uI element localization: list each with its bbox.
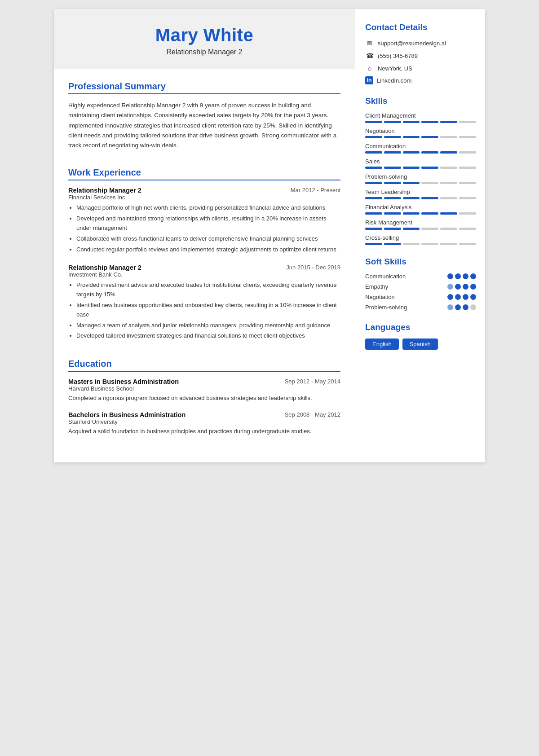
- skill-name-6: Financial Analysis: [365, 204, 476, 211]
- soft-dots-0: [447, 273, 476, 279]
- candidate-name: Mary White: [63, 25, 346, 45]
- skill-seg-2-2: [403, 151, 420, 154]
- work-title-1: Relationship Manager 2: [68, 187, 141, 194]
- soft-skill-name-0: Communication: [365, 273, 406, 280]
- skill-bar-3: [365, 167, 476, 169]
- dot-1-2: [463, 284, 468, 290]
- skill-seg-8-5: [459, 243, 476, 245]
- skills-section: Skills Client ManagementNegotiationCommu…: [365, 96, 476, 245]
- skill-seg-0-0: [365, 121, 382, 123]
- skill-item-8: Cross-selling: [365, 234, 476, 245]
- work-title-2: Relationship Manager 2: [68, 264, 141, 271]
- education-heading: Education: [68, 359, 340, 372]
- contact-phone: ☎ (555) 345-6789: [365, 51, 476, 60]
- contact-section: Contact Details ✉ support@resumedesign.a…: [365, 22, 476, 84]
- bullet-1-3: Collaborated with cross-functional teams…: [76, 234, 340, 244]
- work-bullets-2: Provided investment advice and executed …: [68, 281, 340, 341]
- skill-seg-7-5: [459, 228, 476, 230]
- work-entry-2: Relationship Manager 2 Jun 2015 - Dec 20…: [68, 264, 340, 341]
- soft-skill-item-0: Communication: [365, 273, 476, 280]
- skill-item-0: Client Management: [365, 112, 476, 123]
- skill-seg-8-2: [403, 243, 420, 245]
- skill-item-5: Team Leadership: [365, 189, 476, 199]
- dot-3-2: [463, 304, 468, 310]
- dot-3-0: [447, 304, 453, 310]
- skill-seg-2-4: [440, 151, 457, 154]
- dot-0-1: [455, 273, 461, 279]
- skill-seg-2-3: [421, 151, 438, 154]
- skill-seg-0-2: [403, 121, 420, 123]
- skill-seg-0-4: [440, 121, 457, 123]
- professional-summary-heading: Professional Summary: [68, 81, 340, 94]
- soft-skills-list: CommunicationEmpathyNegotiationProblem-s…: [365, 273, 476, 311]
- dot-0-0: [447, 273, 453, 279]
- contact-location: ⌂ NewYork, US: [365, 64, 476, 73]
- skill-seg-7-0: [365, 228, 382, 230]
- skill-seg-7-3: [421, 228, 438, 230]
- professional-summary-section: Professional Summary Highly experienced …: [54, 73, 355, 150]
- skill-seg-7-4: [440, 228, 457, 230]
- work-experience-section: Work Experience Relationship Manager 2 M…: [54, 159, 355, 341]
- skill-seg-4-5: [459, 182, 476, 184]
- skill-seg-7-1: [384, 228, 401, 230]
- skill-seg-0-1: [384, 121, 401, 123]
- skill-name-0: Client Management: [365, 112, 476, 119]
- edu-desc-2: Acquired a solid foundation in business …: [68, 427, 340, 436]
- skill-seg-6-0: [365, 212, 382, 215]
- soft-skill-name-3: Problem-solving: [365, 304, 407, 311]
- bullet-2-2: Identified new business opportunities an…: [76, 301, 340, 320]
- work-company-2: Investment Bank Co.: [68, 271, 340, 278]
- education-section: Education Masters in Business Administra…: [54, 351, 355, 436]
- skill-item-7: Risk Management: [365, 219, 476, 230]
- edu-date-1: Sep 2012 - May 2014: [285, 378, 340, 385]
- location-icon: ⌂: [365, 64, 374, 73]
- skill-seg-6-5: [459, 212, 476, 215]
- soft-skills-heading: Soft Skills: [365, 257, 476, 267]
- dot-0-3: [470, 273, 476, 279]
- languages-section: Languages EnglishSpanish: [365, 322, 476, 350]
- skill-seg-3-1: [384, 167, 401, 169]
- skill-seg-2-1: [384, 151, 401, 154]
- skill-seg-5-5: [459, 197, 476, 199]
- skill-bar-8: [365, 243, 476, 245]
- skill-seg-2-0: [365, 151, 382, 154]
- phone-icon: ☎: [365, 51, 374, 60]
- dot-1-0: [447, 284, 453, 290]
- dot-2-2: [463, 294, 468, 300]
- edu-degree-1: Masters in Business Administration: [68, 378, 179, 385]
- contact-linkedin: in LinkedIn.com: [365, 76, 476, 84]
- email-icon: ✉: [365, 39, 374, 48]
- skill-seg-5-3: [421, 197, 438, 199]
- skill-seg-3-4: [440, 167, 457, 169]
- skill-seg-3-2: [403, 167, 420, 169]
- languages-list: EnglishSpanish: [365, 338, 476, 350]
- skill-name-7: Risk Management: [365, 219, 476, 226]
- dot-3-1: [455, 304, 461, 310]
- work-entry-1-header: Relationship Manager 2 Mar 2012 - Presen…: [68, 187, 340, 194]
- skill-seg-1-2: [403, 136, 420, 138]
- skill-item-2: Communication: [365, 143, 476, 154]
- left-column: Mary White Relationship Manager 2 Profes…: [54, 9, 355, 462]
- skill-bar-7: [365, 228, 476, 230]
- skill-name-2: Communication: [365, 143, 476, 149]
- edu-school-2: Stanford University: [68, 418, 340, 425]
- work-date-1: Mar 2012 - Present: [291, 187, 340, 193]
- skill-seg-1-3: [421, 136, 438, 138]
- skill-seg-8-3: [421, 243, 438, 245]
- soft-skill-item-2: Negotiation: [365, 294, 476, 300]
- right-column: Contact Details ✉ support@resumedesign.a…: [355, 9, 485, 462]
- work-company-1: Financial Services Inc.: [68, 194, 340, 201]
- edu-date-2: Sep 2008 - May 2012: [285, 411, 340, 418]
- edu-entry-2: Bachelors in Business Administration Sep…: [68, 411, 340, 436]
- skill-seg-4-1: [384, 182, 401, 184]
- bullet-1-4: Conducted regular portfolio reviews and …: [76, 245, 340, 255]
- soft-skills-section: Soft Skills CommunicationEmpathyNegotiat…: [365, 257, 476, 311]
- skill-name-1: Negotiation: [365, 127, 476, 134]
- skill-seg-6-3: [421, 212, 438, 215]
- skill-seg-6-2: [403, 212, 420, 215]
- contact-email-value: support@resumedesign.ai: [378, 40, 446, 47]
- dot-2-1: [455, 294, 461, 300]
- work-experience-heading: Work Experience: [68, 167, 340, 180]
- skill-bar-4: [365, 182, 476, 184]
- candidate-title: Relationship Manager 2: [63, 48, 346, 56]
